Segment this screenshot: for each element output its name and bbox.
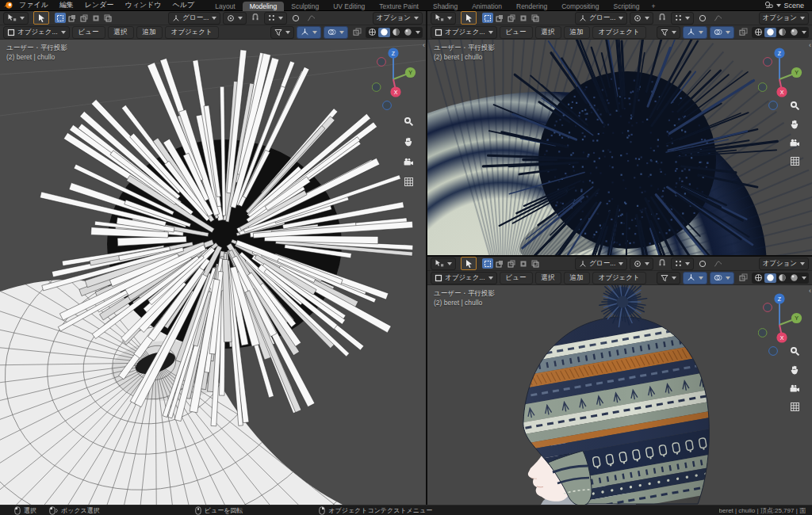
snap-settings-dropdown[interactable]	[264, 12, 287, 25]
shading-material-button[interactable]	[390, 28, 402, 37]
zoom-icon[interactable]	[403, 116, 414, 127]
shading-dropdown-icon[interactable]	[802, 277, 806, 280]
shading-solid-button[interactable]	[764, 28, 776, 37]
select-subtract-button[interactable]	[79, 13, 90, 23]
grid-icon[interactable]	[404, 177, 414, 187]
pan-icon[interactable]	[789, 364, 800, 376]
shading-material-button[interactable]	[776, 28, 788, 37]
menu-object[interactable]: オブジェクト	[592, 272, 646, 284]
proportional-edit-button[interactable]	[289, 13, 302, 24]
cursor-tool-button[interactable]	[461, 257, 477, 270]
topbar-menu-3[interactable]: ウィンドウ	[119, 0, 167, 10]
overlays-dropdown[interactable]	[710, 26, 734, 39]
xray-toggle-button[interactable]	[737, 27, 749, 38]
visibility-dropdown[interactable]	[270, 26, 294, 39]
viewport-canvas-rendered[interactable]: ユーザー・平行投影 (2) beret | chullo ‹ Z Y X	[427, 40, 812, 255]
topbar-menu-1[interactable]: 編集	[54, 0, 79, 10]
overlays-dropdown[interactable]	[710, 272, 734, 284]
textured-hat-model[interactable]	[427, 285, 812, 505]
menu-object[interactable]: オブジェクト	[592, 26, 646, 39]
tool-dropdown[interactable]	[431, 12, 456, 25]
falloff-dropdown[interactable]	[711, 258, 724, 269]
pan-icon[interactable]	[403, 136, 414, 147]
select-invert-button[interactable]	[90, 13, 102, 23]
options-dropdown[interactable]: オプション	[759, 258, 810, 270]
pivot-point-dropdown[interactable]	[630, 12, 653, 25]
gizmos-dropdown[interactable]	[683, 272, 707, 284]
select-intersect-button[interactable]	[102, 13, 113, 23]
options-dropdown[interactable]: オプション	[373, 12, 423, 25]
axis-gizmo[interactable]: Z Y X	[372, 43, 416, 116]
transform-orientation-dropdown[interactable]: グロー...	[575, 258, 627, 270]
zoom-icon[interactable]	[789, 100, 800, 111]
select-extend-button[interactable]	[67, 13, 78, 23]
shading-solid-button[interactable]	[764, 273, 776, 283]
rendered-pompom-model[interactable]	[427, 40, 812, 255]
select-intersect-button[interactable]	[530, 258, 541, 269]
workspace-tab-shading[interactable]: Shading	[426, 2, 465, 11]
select-subtract-button[interactable]	[506, 258, 517, 269]
camera-view-icon[interactable]	[403, 157, 414, 167]
workspace-tab-compositing[interactable]: Compositing	[554, 2, 606, 11]
falloff-dropdown[interactable]	[304, 13, 317, 24]
snap-toggle-button[interactable]	[656, 258, 668, 269]
shading-wireframe-button[interactable]	[366, 28, 378, 37]
collapse-arrow-icon[interactable]: ‹	[423, 42, 425, 49]
menu-select[interactable]: 選択	[108, 26, 134, 39]
proportional-edit-button[interactable]	[696, 13, 709, 24]
shading-dropdown-icon[interactable]	[416, 31, 420, 34]
tool-dropdown[interactable]	[431, 258, 456, 270]
menu-view[interactable]: ビュー	[72, 26, 105, 39]
grid-icon[interactable]	[790, 402, 800, 412]
overlays-dropdown[interactable]	[324, 26, 348, 39]
transform-orientation-dropdown[interactable]: グロー...	[168, 12, 220, 25]
menu-view[interactable]: ビュー	[500, 272, 533, 284]
workspace-tab-scripting[interactable]: Scripting	[606, 2, 646, 11]
camera-view-icon[interactable]	[789, 138, 800, 148]
collapse-arrow-icon[interactable]: ‹	[809, 42, 811, 49]
workspace-tab-modeling[interactable]: Modeling	[243, 2, 285, 11]
shading-material-button[interactable]	[776, 273, 788, 283]
transform-orientation-dropdown[interactable]: グロー...	[575, 12, 627, 25]
snap-toggle-button[interactable]	[656, 13, 668, 24]
topbar-menu-4[interactable]: ヘルプ	[167, 0, 201, 10]
shading-rendered-button[interactable]	[402, 28, 414, 37]
shading-rendered-button[interactable]	[788, 273, 800, 283]
menu-select[interactable]: 選択	[535, 272, 561, 284]
mode-dropdown[interactable]: オブジェク...	[431, 26, 497, 39]
cursor-tool-button[interactable]	[33, 11, 49, 25]
menu-add[interactable]: 追加	[136, 26, 163, 39]
menu-view[interactable]: ビュー	[500, 26, 533, 39]
pivot-point-dropdown[interactable]	[630, 258, 653, 270]
grid-icon[interactable]	[790, 156, 800, 166]
zoom-icon[interactable]	[789, 345, 800, 357]
menu-add[interactable]: 追加	[564, 26, 590, 39]
camera-view-icon[interactable]	[789, 383, 800, 394]
select-invert-button[interactable]	[518, 258, 529, 269]
shading-dropdown-icon[interactable]	[802, 31, 806, 34]
xray-toggle-button[interactable]	[350, 27, 363, 38]
select-set-button[interactable]	[482, 13, 493, 23]
workspace-tab-texture-paint[interactable]: Texture Paint	[372, 2, 426, 11]
workspace-tab-layout[interactable]: Layout	[208, 2, 243, 11]
select-subtract-button[interactable]	[506, 13, 517, 23]
snap-settings-dropdown[interactable]	[671, 258, 694, 270]
gizmos-dropdown[interactable]	[683, 26, 707, 39]
blender-logo[interactable]	[3, 1, 13, 10]
select-set-button[interactable]	[55, 13, 66, 23]
viewport-canvas-textured[interactable]: ユーザー・平行投影 (2) beret | chullo ‹ Z Y X	[427, 285, 812, 505]
wireframe-hat-model[interactable]	[0, 40, 426, 505]
cursor-tool-button[interactable]	[461, 11, 477, 25]
collapse-arrow-icon[interactable]: ‹	[809, 288, 811, 295]
workspace-tab-rendering[interactable]: Rendering	[509, 2, 554, 11]
xray-toggle-button[interactable]	[737, 273, 749, 284]
mode-dropdown[interactable]: オブジェク...	[3, 26, 70, 39]
falloff-dropdown[interactable]	[711, 13, 724, 24]
options-dropdown[interactable]: オプション	[759, 12, 810, 25]
workspace-tab-uv-editing[interactable]: UV Editing	[326, 2, 372, 11]
mode-dropdown[interactable]: オブジェク...	[431, 272, 497, 284]
select-invert-button[interactable]	[518, 13, 529, 23]
menu-add[interactable]: 追加	[564, 272, 590, 284]
viewport-canvas-wireframe[interactable]: ユーザー・平行投影 (2) beret | chullo ‹ Z Y X	[0, 40, 426, 505]
workspace-tab-animation[interactable]: Animation	[465, 2, 509, 11]
